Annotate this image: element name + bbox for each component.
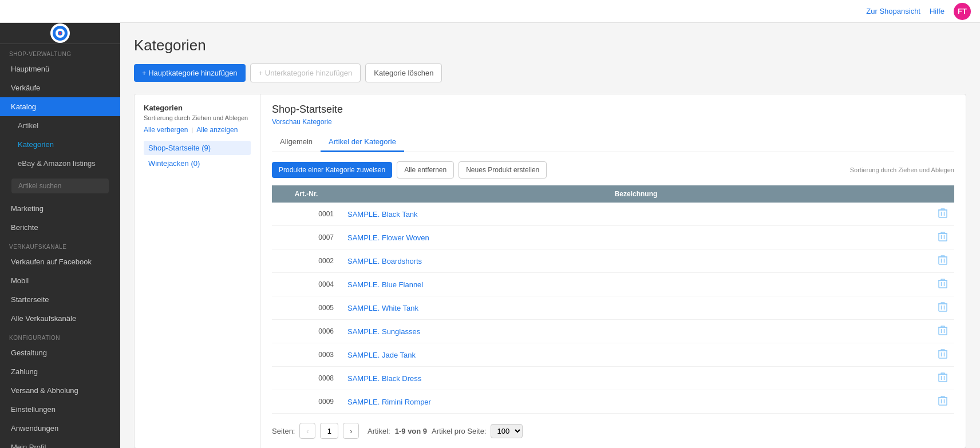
delete-icon[interactable] <box>938 327 947 337</box>
sidebar-item-ebay-amazon[interactable]: eBay & Amazon listings <box>0 154 120 173</box>
action-cell <box>931 390 954 414</box>
sidebar: Shop-Verwaltung Hauptmenü Verkäufe Katal… <box>0 23 120 448</box>
topbar-links: Zur Shopansicht Hilfe FT <box>866 3 971 20</box>
col-bezeichnung: Bezeichnung <box>341 185 931 203</box>
col-action <box>931 185 954 203</box>
action-cell <box>931 320 954 343</box>
sidebar-item-hauptmenu[interactable]: Hauptmenü <box>0 60 120 78</box>
category-panel: Kategorien Sortierung durch Ziehen und A… <box>135 94 260 448</box>
sidebar-section-konfiguration: Konfiguration <box>0 328 120 343</box>
svg-rect-37 <box>939 398 947 405</box>
delete-icon[interactable] <box>938 374 947 384</box>
category-panel-title: Kategorien <box>144 104 251 112</box>
delete-icon[interactable] <box>938 210 947 220</box>
separator: | <box>191 126 193 133</box>
sidebar-item-label: Anwendungen <box>11 424 58 433</box>
category-panel-links: Alle verbergen | Alle anzeigen <box>144 126 251 134</box>
sidebar-section-shop: Shop-Verwaltung <box>0 44 120 60</box>
delete-icon[interactable] <box>938 233 947 243</box>
table-row: 0004 SAMPLE. Blue Flannel <box>272 273 954 296</box>
col-artnr: Art.-Nr. <box>272 185 341 203</box>
action-cell <box>931 296 954 320</box>
artnr-cell: 0006 <box>272 320 341 343</box>
sidebar-item-label: Artikel <box>18 121 38 130</box>
sidebar-item-anwendungen[interactable]: Anwendungen <box>0 419 120 438</box>
avatar[interactable]: FT <box>954 3 971 20</box>
add-hauptkategorie-button[interactable]: + Hauptkategorie hinzufügen <box>134 64 246 82</box>
sidebar-item-berichte[interactable]: Berichte <box>0 218 120 237</box>
delete-icon[interactable] <box>938 304 947 314</box>
tab-artikel[interactable]: Artikel der Kategorie <box>321 133 404 152</box>
delete-kategorie-button[interactable]: Kategorie löschen <box>365 64 442 82</box>
product-link[interactable]: SAMPLE. Sunglasses <box>347 327 420 336</box>
svg-rect-9 <box>939 233 947 241</box>
sidebar-item-alle-verkaufskanaele[interactable]: Alle Verkaufskanäle <box>0 309 120 328</box>
tab-allgemein[interactable]: Allgemein <box>272 133 321 152</box>
sidebar-item-label: Zahlung <box>11 367 38 376</box>
sidebar-item-einstellungen[interactable]: Einstellungen <box>0 400 120 419</box>
product-link[interactable]: SAMPLE. Black Tank <box>347 210 418 219</box>
sidebar-item-zahlung[interactable]: Zahlung <box>0 362 120 381</box>
search-input[interactable] <box>11 179 109 193</box>
neues-produkt-button[interactable]: Neues Produkt erstellen <box>459 161 547 179</box>
product-link[interactable]: SAMPLE. Boardshorts <box>347 257 422 265</box>
preview-link[interactable]: Vorschau Kategorie <box>272 118 954 126</box>
add-unterkategorie-button[interactable]: + Unterkategorie hinzufügen <box>250 64 361 82</box>
per-page-select[interactable]: 10 25 50 100 <box>491 424 523 438</box>
artikel-label: Artikel: <box>363 427 390 435</box>
table-row: 0006 SAMPLE. Sunglasses <box>272 320 954 343</box>
prev-page-button[interactable]: ‹ <box>299 423 315 439</box>
alle-anzeigen-link[interactable]: Alle anzeigen <box>196 126 238 134</box>
sidebar-item-kategorien[interactable]: Kategorien <box>0 135 120 154</box>
svg-rect-13 <box>939 257 947 264</box>
artnr-cell: 0004 <box>272 273 341 296</box>
sidebar-item-facebook[interactable]: Verkaufen auf Facebook <box>0 252 120 271</box>
sidebar-item-label: Mobil <box>11 276 29 285</box>
action-cell <box>931 343 954 367</box>
svg-rect-33 <box>939 374 947 382</box>
delete-icon[interactable] <box>938 398 947 407</box>
delete-icon[interactable] <box>938 351 947 360</box>
right-panel-title: Shop-Startseite <box>272 104 954 116</box>
next-page-button[interactable]: › <box>343 423 359 439</box>
sidebar-item-mobil[interactable]: Mobil <box>0 271 120 290</box>
bezeichnung-cell: SAMPLE. Black Dress <box>341 367 931 390</box>
product-link[interactable]: SAMPLE. Jade Tank <box>347 351 416 359</box>
sidebar-item-label: Marketing <box>11 204 44 213</box>
table-row: 0003 SAMPLE. Jade Tank <box>272 343 954 367</box>
alle-verbergen-link[interactable]: Alle verbergen <box>144 126 188 134</box>
bezeichnung-cell: SAMPLE. Boardshorts <box>341 249 931 273</box>
zuweisen-button[interactable]: Produkte einer Kategorie zuweisen <box>272 162 392 178</box>
action-cell <box>931 249 954 273</box>
category-item[interactable]: Shop-Startseite (9) <box>144 141 251 155</box>
topbar: Zur Shopansicht Hilfe FT <box>0 0 980 23</box>
product-link[interactable]: SAMPLE. Black Dress <box>347 374 421 383</box>
main-content: Kategorien + Hauptkategorie hinzufügen +… <box>120 23 980 448</box>
artikel-range: 1-9 von 9 <box>395 427 427 435</box>
sidebar-item-starterseite[interactable]: Starterseite <box>0 290 120 309</box>
sidebar-item-gestaltung[interactable]: Gestaltung <box>0 343 120 362</box>
sidebar-logo <box>0 23 120 44</box>
sidebar-item-marketing[interactable]: Marketing <box>0 199 120 218</box>
product-link[interactable]: SAMPLE. Flower Woven <box>347 233 429 242</box>
product-link[interactable]: SAMPLE. Blue Flannel <box>347 280 423 289</box>
sidebar-item-artikel[interactable]: Artikel <box>0 116 120 135</box>
sidebar-item-mein-profil[interactable]: Mein Profil <box>0 438 120 448</box>
alle-entfernen-button[interactable]: Alle entfernen <box>397 161 454 179</box>
category-item[interactable]: Wintejacken (0) <box>144 156 251 171</box>
product-link[interactable]: SAMPLE. White Tank <box>347 304 418 312</box>
category-list: Shop-Startseite (9)Wintejacken (0) <box>144 141 251 171</box>
delete-icon[interactable] <box>938 257 947 267</box>
sidebar-item-verkaufe[interactable]: Verkäufe <box>0 78 120 97</box>
sidebar-item-katalog[interactable]: Katalog <box>0 97 120 116</box>
delete-icon[interactable] <box>938 280 947 290</box>
product-link[interactable]: SAMPLE. Rimini Romper <box>347 398 431 406</box>
svg-rect-25 <box>939 327 947 335</box>
shop-view-link[interactable]: Zur Shopansicht <box>866 7 920 15</box>
artnr-cell: 0005 <box>272 296 341 320</box>
artnr-cell: 0008 <box>272 367 341 390</box>
help-link[interactable]: Hilfe <box>930 7 945 15</box>
action-cell <box>931 203 954 226</box>
page-number-input[interactable] <box>320 423 338 439</box>
sidebar-item-versand[interactable]: Versand & Abholung <box>0 381 120 400</box>
